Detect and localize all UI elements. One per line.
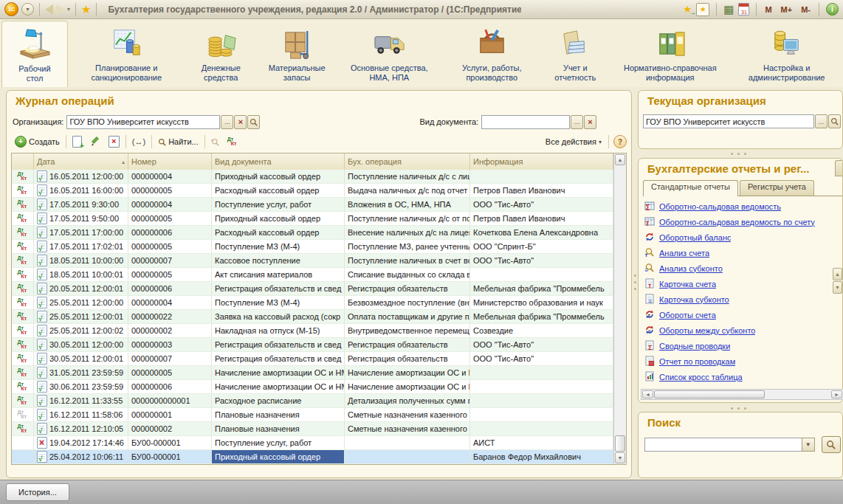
table-row[interactable]: ДтКт25.05.2011 12:00:00000000004Поступле… — [12, 296, 613, 310]
table-row[interactable]: ДтКт30.05.2011 12:00:00000000003Регистра… — [12, 338, 613, 352]
search-go-button[interactable] — [822, 436, 841, 453]
help-button[interactable]: ? — [613, 135, 627, 148]
info-icon[interactable]: i — [826, 3, 839, 15]
doctype-field[interactable] — [481, 115, 570, 129]
column-header-date[interactable]: Дата▴ — [34, 153, 128, 170]
history-dropdown-icon[interactable]: ▾ — [67, 6, 70, 13]
report-link[interactable]: Обороты счета — [659, 311, 716, 320]
copy-button[interactable]: + — [70, 135, 84, 148]
organization-open-button[interactable] — [247, 115, 260, 129]
table-row[interactable]: ДтКт25.05.2011 12:00:02000000002Накладна… — [12, 324, 613, 338]
report-link[interactable]: Список кросс таблица — [659, 373, 743, 382]
tab-standard-reports[interactable]: Стандартные отчеты — [643, 180, 738, 196]
table-row[interactable]: ДтКт30.05.2011 12:00:01000000007Регистра… — [12, 352, 613, 366]
search-input[interactable] — [644, 438, 802, 452]
table-row[interactable]: ДтКт18.05.2011 10:00:01000000005Акт спис… — [12, 268, 613, 282]
ribbon-section-inventory[interactable]: Материальные запасы — [257, 21, 337, 87]
delete-button[interactable]: × — [106, 135, 122, 148]
current-org-open-button[interactable] — [828, 114, 841, 128]
table-row[interactable]: ДтКт17.05.2011 17:02:01000000005Поступле… — [12, 240, 613, 254]
ribbon-section-services[interactable]: Услуги, работы, производство — [441, 21, 542, 87]
table-row[interactable]: ДтКт16.05.2011 12:00:00000000004Приходны… — [12, 170, 613, 184]
report-link[interactable]: Сводные проводки — [659, 342, 730, 351]
scroll-left-arrow[interactable]: ◂ — [642, 390, 653, 398]
go-to-favorites-icon[interactable]: ★→ — [684, 4, 692, 15]
show-postings-button[interactable]: ДтКт — [225, 137, 240, 147]
current-org-field[interactable]: ГОУ ВПО Университет искусств — [643, 114, 814, 128]
table-row[interactable]: ДтКт17.05.2011 17:00:00000000006Расходны… — [12, 226, 613, 240]
table-row[interactable]: ДтКт17.05.2011 9:50:00000000005Приходный… — [12, 212, 613, 226]
table-row[interactable]: 19.04.2012 17:14:46БУ00-000001Поступлени… — [12, 436, 613, 450]
tab-accounting-registers[interactable]: Регистры учета — [740, 180, 814, 196]
report-link[interactable]: Оборотно-сальдовая ведомость — [659, 202, 781, 211]
report-link[interactable]: Карточка счета — [659, 280, 716, 289]
table-row[interactable]: ДтКт20.05.2011 12:00:01000000006Регистра… — [12, 282, 613, 296]
ribbon-section-money[interactable]: Денежные средства — [185, 21, 258, 87]
organization-choose-button[interactable]: ... — [221, 115, 233, 129]
doctype-choose-button[interactable]: ... — [571, 115, 583, 129]
table-row[interactable]: ДтКт25.05.2011 12:00:01000000022Заявка н… — [12, 310, 613, 324]
memory-button-mminus[interactable]: M- — [799, 5, 812, 14]
table-row[interactable]: ДтКт16.12.2011 11:33:550000000000001Расх… — [12, 394, 613, 408]
set-interval-button[interactable]: (↔) — [130, 137, 148, 147]
column-header-icons[interactable] — [12, 153, 34, 170]
table-row[interactable]: ДтКт16.12.2011 11:58:06000000001Плановые… — [12, 408, 613, 422]
table-row[interactable]: ДтКт17.05.2011 9:30:00000000004Поступлен… — [12, 198, 613, 212]
list-scroll-up-button[interactable]: ▲ — [833, 268, 842, 280]
scroll-down-arrow[interactable]: ▼ — [615, 452, 625, 463]
table-row[interactable]: 25.04.2012 10:06:11БУ00-000001Приходный … — [12, 450, 613, 464]
calendar-icon[interactable] — [738, 3, 749, 15]
history-button[interactable]: История... — [6, 483, 69, 501]
main-menu-button[interactable]: ▼ — [21, 3, 34, 15]
organization-clear-button[interactable]: × — [234, 115, 247, 129]
forward-button[interactable] — [56, 4, 64, 15]
memory-button-mplus[interactable]: M+ — [780, 5, 794, 14]
ribbon-section-accounting[interactable]: Учет и отчетность — [542, 21, 608, 87]
organization-field[interactable]: ГОУ ВПО Университет искусств — [66, 115, 220, 129]
back-button[interactable] — [45, 4, 53, 15]
ribbon-section-reference[interactable]: Нормативно-справочная информация — [608, 21, 732, 87]
report-link[interactable]: Отчет по проводкам — [659, 357, 735, 366]
column-header-doctype[interactable]: Вид документа — [212, 153, 345, 170]
ribbon-section-desktop[interactable]: Рабочий стол — [1, 21, 68, 87]
doctype-clear-button[interactable]: × — [584, 115, 596, 129]
find-button[interactable]: Найти... — [156, 137, 201, 147]
column-header-info[interactable]: Информация — [470, 153, 613, 170]
scroll-right-arrow[interactable]: ▸ — [831, 390, 842, 398]
scrollbar-thumb[interactable] — [654, 390, 765, 398]
ribbon-section-admin[interactable]: Настройка и администрирование — [732, 21, 842, 87]
memory-button-m[interactable]: M — [763, 5, 773, 14]
table-row[interactable]: ДтКт30.06.2011 23:59:59000000006Начислен… — [12, 380, 613, 394]
search-dropdown-button[interactable]: ▼ — [802, 438, 815, 452]
favorites-star-icon[interactable]: ★ — [81, 4, 91, 15]
report-link[interactable]: Оборотный баланс — [659, 233, 731, 242]
scroll-up-arrow[interactable]: ▲ — [615, 154, 625, 165]
add-to-favorites-icon[interactable]: ★ — [696, 3, 709, 16]
panel-splitter[interactable] — [720, 151, 757, 156]
vertical-scrollbar[interactable]: ▲ ▼ — [613, 153, 626, 464]
horizontal-scrollbar[interactable]: ◂ ▸ — [641, 389, 843, 400]
report-link[interactable]: Анализ счета — [659, 249, 709, 258]
1c-logo-icon[interactable]: 1С — [4, 2, 18, 16]
table-row[interactable]: ДтКт31.05.2011 23:59:59000000005Начислен… — [12, 366, 613, 380]
column-header-number[interactable]: Номер — [128, 153, 212, 170]
current-org-choose-button[interactable]: ... — [815, 114, 827, 128]
table-row[interactable]: ДтКт16.12.2011 12:10:05000000002Плановые… — [12, 422, 613, 436]
panel-splitter[interactable] — [720, 406, 757, 410]
list-scroll-down-button[interactable]: ▼ — [833, 281, 842, 294]
edit-button[interactable] — [88, 136, 103, 148]
report-link[interactable]: Карточка субконто — [659, 295, 729, 304]
all-actions-button[interactable]: Все действия ▾ — [543, 137, 604, 147]
create-button[interactable]: + Создать — [13, 135, 62, 148]
report-link[interactable]: Анализ субконто — [659, 264, 723, 273]
table-row[interactable]: ДтКт16.05.2011 16:00:00000000005Расходны… — [12, 184, 613, 198]
scrollbar-thumb[interactable] — [615, 435, 625, 452]
vertical-splitter[interactable] — [633, 267, 637, 297]
column-header-operation[interactable]: Бух. операция — [345, 153, 470, 170]
ribbon-section-planning[interactable]: Планирование и санкционирование — [68, 21, 185, 87]
calculator-icon[interactable]: ▦ — [723, 4, 734, 15]
tab-overflow-stub[interactable] — [835, 160, 842, 176]
ribbon-section-assets[interactable]: Основные средства, НМА, НПА — [337, 21, 441, 87]
cancel-find-button[interactable]: × — [209, 137, 221, 147]
table-row[interactable]: ДтКт18.05.2011 10:00:00000000007Кассовое… — [12, 254, 613, 268]
